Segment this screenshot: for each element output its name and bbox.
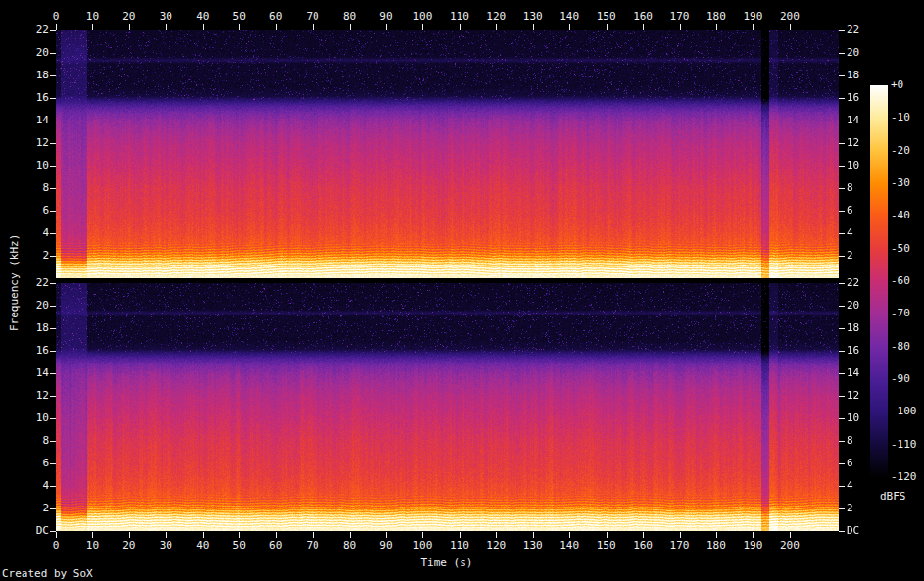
freq-tick-mark <box>839 306 845 307</box>
colorbar-tick-label: +0 <box>891 79 924 91</box>
freq-tick-mark <box>50 486 56 487</box>
time-tick-mark <box>790 24 791 30</box>
time-tick-label-bottom: 170 <box>663 540 697 552</box>
time-tick-mark <box>56 24 57 30</box>
freq-tick-mark <box>839 233 845 234</box>
time-tick-mark <box>166 24 167 30</box>
time-tick-mark <box>203 532 204 538</box>
freq-tick-label-right: 22 <box>847 24 872 36</box>
freq-tick-mark <box>50 211 56 212</box>
time-tick-label-top: 20 <box>113 11 146 23</box>
freq-tick-label-right: 10 <box>847 160 872 171</box>
freq-tick-mark <box>50 53 56 54</box>
freq-tick-label-left: 16 <box>24 345 49 357</box>
freq-tick-mark <box>839 256 845 257</box>
time-tick-label-bottom: 20 <box>113 540 146 552</box>
time-tick-label-top: 170 <box>663 11 697 23</box>
time-tick-mark <box>422 532 423 538</box>
freq-tick-mark <box>839 211 845 212</box>
freq-tick-mark <box>50 283 56 284</box>
freq-tick-label-right: 6 <box>847 205 872 217</box>
freq-tick-mark <box>50 328 56 329</box>
freq-tick-mark <box>50 30 56 31</box>
time-tick-label-top: 110 <box>443 11 476 23</box>
freq-tick-label-right: 18 <box>847 322 872 334</box>
freq-tick-mark <box>839 486 845 487</box>
time-tick-mark <box>496 532 497 538</box>
freq-tick-label-right: 14 <box>847 367 872 379</box>
time-tick-label-top: 0 <box>39 11 73 23</box>
freq-tick-mark <box>839 53 845 54</box>
time-tick-mark <box>753 24 754 30</box>
time-tick-label-top: 180 <box>700 11 733 23</box>
time-tick-mark <box>422 24 423 30</box>
colorbar-tick-label: -10 <box>891 112 924 123</box>
colorbar-tick-label: -90 <box>891 373 924 385</box>
freq-tick-label-left: 6 <box>24 205 49 217</box>
freq-tick-mark <box>839 463 845 464</box>
freq-tick-mark <box>839 98 845 99</box>
freq-tick-label-left: 14 <box>24 115 49 126</box>
time-tick-label-bottom: 70 <box>296 540 329 552</box>
freq-tick-label-left: 20 <box>24 300 49 312</box>
time-tick-label-bottom: 0 <box>39 540 73 552</box>
time-tick-mark <box>569 24 570 30</box>
time-tick-label-bottom: 40 <box>186 540 219 552</box>
freq-tick-mark <box>50 166 56 167</box>
time-tick-label-top: 50 <box>222 11 256 23</box>
colorbar-tick-label: -40 <box>891 210 924 221</box>
colorbar-tick-label: -20 <box>891 145 924 157</box>
time-tick-label-bottom: 130 <box>516 540 550 552</box>
time-tick-mark <box>716 24 717 30</box>
time-tick-mark <box>350 24 351 30</box>
time-tick-label-bottom: 50 <box>222 540 256 552</box>
freq-tick-label-right: 2 <box>847 503 872 514</box>
freq-tick-mark <box>839 396 845 397</box>
time-tick-mark <box>239 532 240 538</box>
freq-tick-label-right: 14 <box>847 115 872 126</box>
time-tick-label-top: 130 <box>516 11 550 23</box>
colorbar-unit-label: dBFS <box>880 490 906 503</box>
freq-tick-label-left: 20 <box>24 47 49 59</box>
freq-tick-label-right: 20 <box>847 47 872 59</box>
freq-tick-label-left: 8 <box>24 435 49 447</box>
time-tick-mark <box>607 532 608 538</box>
time-tick-label-top: 30 <box>149 11 182 23</box>
freq-tick-mark <box>839 75 845 76</box>
freq-tick-mark <box>839 188 845 189</box>
time-tick-label-bottom: 110 <box>443 540 476 552</box>
time-tick-label-bottom: 100 <box>406 540 439 552</box>
time-tick-label-top: 70 <box>296 11 329 23</box>
time-tick-label-bottom: 120 <box>479 540 512 552</box>
freq-tick-mark <box>839 351 845 352</box>
time-tick-mark <box>313 532 314 538</box>
freq-tick-label-left: 22 <box>24 277 49 289</box>
freq-tick-label-right: 8 <box>847 435 872 447</box>
freq-tick-mark <box>839 328 845 329</box>
freq-tick-label-right: 4 <box>847 480 872 492</box>
freq-tick-label-right: 16 <box>847 345 872 357</box>
freq-tick-mark <box>839 30 845 31</box>
freq-tick-mark <box>50 418 56 419</box>
freq-tick-label-left: DC <box>24 525 49 537</box>
colorbar <box>870 85 888 477</box>
time-tick-label-bottom: 190 <box>736 540 769 552</box>
colorbar-tick-label: -30 <box>891 177 924 189</box>
credit-text: Created by SoX <box>2 567 93 580</box>
freq-tick-mark <box>839 143 845 144</box>
freq-tick-mark <box>50 143 56 144</box>
freq-tick-mark <box>50 441 56 442</box>
freq-tick-label-left: 2 <box>24 250 49 262</box>
freq-tick-mark <box>50 98 56 99</box>
freq-tick-mark <box>839 373 845 374</box>
freq-tick-mark <box>839 166 845 167</box>
time-axis-label: Time (s) <box>388 557 506 569</box>
time-tick-mark <box>129 24 130 30</box>
time-tick-label-top: 100 <box>406 11 439 23</box>
freq-tick-label-right: 4 <box>847 227 872 239</box>
frequency-axis-label: Frequency (kHz) <box>8 234 21 331</box>
freq-tick-label-left: 16 <box>24 92 49 104</box>
freq-tick-mark <box>50 233 56 234</box>
freq-tick-mark <box>50 306 56 307</box>
sox-spectrogram: Frequency (kHz) Time (s) dBFS Created by… <box>0 0 924 581</box>
